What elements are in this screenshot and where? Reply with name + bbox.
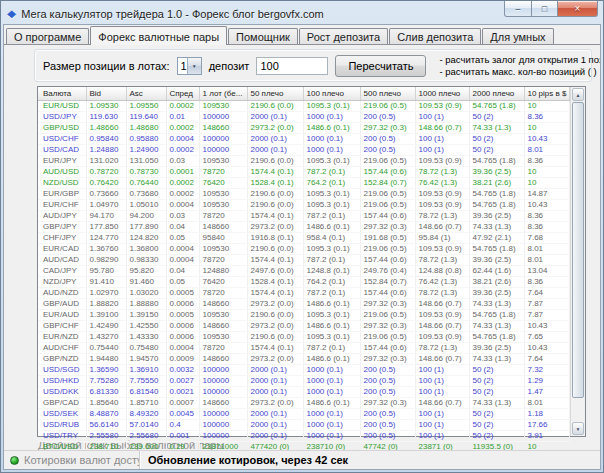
table-cell[interactable]: 1.39100	[86, 309, 126, 320]
table-cell[interactable]: AUD/CAD	[38, 254, 86, 265]
table-cell[interactable]: 0.75480	[126, 342, 166, 353]
table-cell[interactable]: 1486.6 (0.1)	[303, 298, 360, 309]
table-cell[interactable]: 8.36	[524, 111, 570, 122]
table-cell[interactable]: 78.72 (1.3)	[415, 166, 469, 177]
table-cell[interactable]: 1000 (0.1)	[303, 419, 360, 430]
table-cell[interactable]: 238.710	[86, 441, 126, 450]
table-cell[interactable]: AUD/CHF	[38, 342, 86, 353]
table-cell[interactable]: 2973.2 (0.0)	[247, 221, 303, 232]
table-cell[interactable]: 0.0002	[166, 144, 199, 155]
table-cell[interactable]: GBP/NZD	[38, 353, 86, 364]
table-cell[interactable]: 100 (1)	[415, 408, 469, 419]
table-cell[interactable]: 131.050	[126, 155, 166, 166]
table-cell[interactable]: 78720	[199, 166, 247, 177]
table-cell[interactable]: 1486.6 (0.1)	[303, 397, 360, 408]
table-cell[interactable]: AUD/JPY	[38, 210, 86, 221]
table-cell[interactable]: 100 (1)	[415, 375, 469, 386]
table-cell[interactable]: 39.36 (2.5)	[469, 210, 524, 221]
table-cell[interactable]: 74.33 (1.3)	[469, 353, 524, 364]
table-cell[interactable]: 238710 (0)	[303, 441, 360, 450]
table-cell[interactable]: 148.66 (0.7)	[415, 320, 469, 331]
table-cell[interactable]: 78720	[199, 287, 247, 298]
table-cell[interactable]: 7.65	[524, 331, 570, 342]
table-row[interactable]: USD/SGD1.365901.369100.00321000002000 (0…	[38, 364, 570, 375]
table-cell[interactable]: 2190.6 (0.0)	[247, 100, 303, 111]
table-cell[interactable]: 1248.8 (0.1)	[303, 265, 360, 276]
table-cell[interactable]: 50 (2)	[469, 375, 524, 386]
table-cell[interactable]: 3.91	[524, 430, 570, 441]
table-cell[interactable]: 47.92 (2.1)	[469, 232, 524, 243]
table-cell[interactable]: GBP/CHF	[38, 320, 86, 331]
tab-forex-pairs[interactable]: Форекс валютные пары	[90, 26, 227, 45]
table-cell[interactable]: 1574.4 (0.1)	[247, 166, 303, 177]
table-row[interactable]: USD/SEK8.488708.493200.00451000002000 (0…	[38, 408, 570, 419]
table-row[interactable]: AUD/CAD0.982900.983300.0004787201574.4 (…	[38, 254, 570, 265]
table-cell[interactable]: 78.72 (1.3)	[415, 342, 469, 353]
table-cell[interactable]: 109530	[199, 155, 247, 166]
table-cell[interactable]: 0.98330	[126, 254, 166, 265]
table-row[interactable]: GBP/CHF1.424901.425500.00061486602973.2 …	[38, 320, 570, 331]
table-cell[interactable]: 200 (0.5)	[360, 144, 415, 155]
table-cell[interactable]: 10.43	[524, 133, 570, 144]
table-row[interactable]: NZD/USD0.764200.764400.0002764201528.4 (…	[38, 177, 570, 188]
table-row[interactable]: AUD/CHF0.754400.754800.0004787201574.4 (…	[38, 342, 570, 353]
table-cell[interactable]: 74.33 (1.3)	[469, 320, 524, 331]
column-header[interactable]: 100 плечо	[303, 87, 360, 100]
table-row[interactable]: GBP/JPY177.850177.8900.041486602973.2 (0…	[38, 221, 570, 232]
table-cell[interactable]: 0.0009	[166, 353, 199, 364]
table-cell[interactable]: 219.06 (0.5)	[360, 309, 415, 320]
table-cell[interactable]: 10	[524, 177, 570, 188]
table-cell[interactable]: 76420	[199, 177, 247, 188]
table-row[interactable]: USD/HKD7.752807.755500.00271000002000 (0…	[38, 375, 570, 386]
table-cell[interactable]: 57.0140	[126, 419, 166, 430]
table-cell[interactable]: 0.0027	[166, 375, 199, 386]
table-cell[interactable]: 157.44 (0.6)	[360, 287, 415, 298]
table-cell[interactable]: 8.36	[524, 276, 570, 287]
tab-deposit-growth[interactable]: Рост депозита	[299, 28, 388, 44]
table-cell[interactable]: 2973.2 (0.0)	[247, 122, 303, 133]
table-cell[interactable]: 1000 (0.1)	[303, 133, 360, 144]
table-cell[interactable]: 148.66 (0.7)	[415, 221, 469, 232]
table-cell[interactable]: 54.765 (1.8)	[469, 243, 524, 254]
table-cell[interactable]: 100000	[199, 111, 247, 122]
table-cell[interactable]: USD/HKD	[38, 375, 86, 386]
table-row[interactable]: CHF/JPY124.770124.8200.05958401916.8 (0.…	[38, 232, 570, 243]
table-cell[interactable]: USD/CAD	[38, 144, 86, 155]
table-cell[interactable]: 219.06 (0.5)	[360, 188, 415, 199]
table-cell[interactable]: 1.88820	[86, 298, 126, 309]
table-cell[interactable]: 95.820	[126, 265, 166, 276]
table-cell[interactable]: 1.09530	[86, 100, 126, 111]
table-cell[interactable]: 148.66 (0.7)	[415, 298, 469, 309]
table-cell[interactable]: 7.75550	[126, 375, 166, 386]
table-cell[interactable]: 91.460	[126, 276, 166, 287]
table-row[interactable]: GBP/USD1.486601.486800.00021486602973.2 …	[38, 122, 570, 133]
table-cell[interactable]: 100 (1)	[415, 133, 469, 144]
table-cell[interactable]: 8.48870	[86, 408, 126, 419]
table-cell[interactable]: 74.33 (1.3)	[469, 221, 524, 232]
table-row[interactable]: AUD/JPY94.17094.2000.03787201574.4 (0.1)…	[38, 210, 570, 221]
table-cell[interactable]: 100 (1)	[415, 144, 469, 155]
table-cell[interactable]: 177.850	[86, 221, 126, 232]
table-cell[interactable]: 2190.6 (0.0)	[247, 188, 303, 199]
table-cell[interactable]: EUR/JPY	[38, 155, 86, 166]
table-cell[interactable]: 219.06 (0.5)	[360, 100, 415, 111]
table-cell[interactable]: 2000 (0.1)	[247, 375, 303, 386]
column-header[interactable]: Bid	[86, 87, 126, 100]
chevron-down-icon[interactable]: ▼	[187, 58, 201, 74]
table-cell[interactable]: 0.0006	[166, 298, 199, 309]
table-cell[interactable]: 200 (0.5)	[360, 430, 415, 441]
table-cell[interactable]: 100000	[199, 419, 247, 430]
table-cell[interactable]: 50 (2)	[469, 133, 524, 144]
table-cell[interactable]: 1095.3 (0.1)	[303, 199, 360, 210]
table-cell[interactable]: 764.2 (0.1)	[303, 177, 360, 188]
table-cell[interactable]: 1.29	[524, 375, 570, 386]
table-cell[interactable]: 200 (0.5)	[360, 408, 415, 419]
table-cell[interactable]: 100000	[199, 386, 247, 397]
table-cell[interactable]: 78.72 (1.3)	[415, 287, 469, 298]
table-cell[interactable]: 297.32 (0.3)	[360, 353, 415, 364]
table-cell[interactable]: 1.36910	[126, 364, 166, 375]
table-cell[interactable]: 109.53 (0.9)	[415, 155, 469, 166]
table-row[interactable]: BTC/USD238.710239.0000.2923871000477420 …	[38, 441, 570, 450]
table-cell[interactable]: 1.47	[524, 386, 570, 397]
table-cell[interactable]: 13.04	[524, 265, 570, 276]
